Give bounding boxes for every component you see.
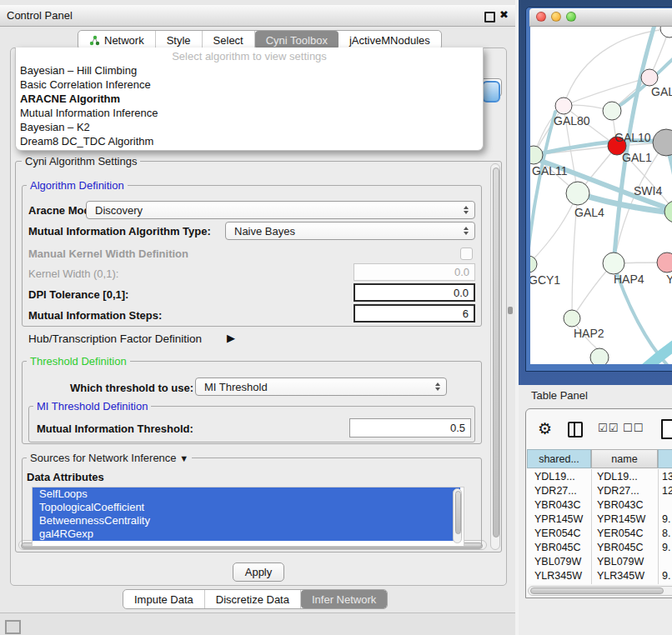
tab-style[interactable]: Style (156, 31, 203, 49)
combo-spinner-focused-icon[interactable] (482, 81, 500, 102)
network-view-window[interactable]: GAL8 GAL80 GAL10 GAL1 GAL11 GAL4 SWI4 GC… (525, 7, 672, 372)
apply-button[interactable]: Apply (233, 562, 284, 582)
scrollbar-thumb[interactable] (530, 588, 664, 594)
mi-threshold-field[interactable]: 0.5 (349, 418, 471, 438)
table-cell[interactable]: YPR145W (597, 512, 645, 527)
tab-infer-network[interactable]: Infer Network (301, 590, 387, 608)
node-gal80[interactable] (555, 98, 572, 114)
splitter-handle-icon[interactable] (508, 307, 513, 314)
table-cell[interactable]: YBR043C (597, 498, 644, 512)
table-cell[interactable]: YBR045C (534, 541, 581, 555)
table-cell[interactable]: YDR27... (534, 484, 577, 498)
attribute-item[interactable]: gal4RGexp (33, 528, 460, 541)
node-swi4[interactable] (664, 201, 672, 222)
table-cell[interactable]: YER054C (597, 527, 644, 541)
dpi-tolerance-field[interactable]: 0.0 (354, 283, 475, 302)
panel-splitter[interactable] (515, 0, 519, 635)
table-cell[interactable]: 9. (662, 512, 670, 527)
close-panel-icon[interactable]: ✖ (499, 8, 509, 21)
column-layout-icon[interactable] (568, 422, 583, 438)
table-cell[interactable]: YER054C (534, 527, 581, 541)
node-gal8[interactable] (641, 69, 658, 86)
table-body[interactable]: YDL19... YDL19... 13 YDR27... YDR27... 1… (527, 469, 672, 584)
table-cell[interactable]: 13 (662, 470, 672, 484)
tab-network[interactable]: Network (78, 31, 156, 49)
collapsed-panel-icon[interactable] (5, 620, 21, 634)
select-all-checkboxes-icon[interactable]: ☑☑ (598, 422, 619, 434)
tab-select[interactable]: Select (203, 31, 255, 49)
network-window-titlebar[interactable] (529, 8, 672, 27)
table-cell[interactable]: YIL052C (597, 583, 638, 584)
node-y[interactable] (657, 252, 672, 272)
mi-steps-field[interactable]: 6 (354, 304, 475, 322)
table-cell[interactable]: YBR045C (597, 541, 644, 555)
table-cell[interactable]: YDL19... (534, 470, 575, 484)
gear-icon[interactable]: ⚙ (538, 421, 552, 437)
control-panel-titlebar[interactable]: Control Panel ✖ (0, 5, 515, 27)
node-gcy1[interactable] (530, 256, 537, 272)
node-gal4[interactable] (566, 182, 589, 205)
which-threshold-combo[interactable]: MI Threshold (195, 378, 447, 396)
dropdown-item[interactable]: Bayesian – K2 (16, 120, 483, 134)
tab-impute-data[interactable]: Impute Data (123, 590, 205, 608)
column-header-name[interactable]: name (591, 449, 658, 468)
hub-definition-label[interactable]: Hub/Transcription Factor Definition (28, 332, 202, 345)
manual-kernel-checkbox[interactable] (460, 248, 473, 260)
attributes-list-scrollbar[interactable] (453, 488, 462, 543)
table-cell[interactable]: YDR27... (597, 484, 639, 498)
attribute-item[interactable]: SelfLoops (33, 488, 460, 501)
node-partial-top[interactable] (660, 27, 672, 38)
dropdown-item[interactable]: Dream8 DC_TDC Algorithm (16, 134, 483, 148)
tab-jactivemnodules[interactable]: jActiveMNodules (339, 31, 441, 49)
scrollbar-thumb[interactable] (455, 491, 461, 534)
kernel-width-field[interactable]: 0.0 (354, 263, 475, 281)
table-cell[interactable]: 9. (662, 583, 670, 584)
table-cell[interactable]: YBR043C (534, 498, 581, 512)
table-panel-window[interactable]: ⚙ ☑☑ ☐☐ shared... name A YDL19... YDL19.… (525, 408, 672, 598)
column-header-partial[interactable]: A (658, 449, 672, 468)
scrollbar-thumb[interactable] (493, 168, 499, 538)
bottom-strip (0, 612, 515, 635)
table-cell[interactable]: YLR345W (597, 569, 644, 583)
attribute-item[interactable]: TopologicalCoefficient (33, 501, 460, 514)
table-cell[interactable]: 9. (662, 541, 670, 555)
collapsed-arrow-icon[interactable]: ▶ (227, 332, 235, 344)
table-cell[interactable]: YBL079W (597, 555, 644, 569)
dropdown-item-selected[interactable]: ARACNE Algorithm (16, 92, 483, 106)
node-partial-bottom[interactable] (590, 348, 609, 364)
network-canvas[interactable]: GAL8 GAL80 GAL10 GAL1 GAL11 GAL4 SWI4 GC… (530, 27, 672, 364)
tab-cyni-toolbox[interactable]: Cyni Toolbox (255, 31, 339, 49)
export-table-icon[interactable] (661, 419, 672, 439)
attribute-item[interactable]: BetweennessCentrality (33, 514, 460, 528)
node-hap4[interactable] (603, 252, 624, 274)
mi-type-combo[interactable]: Naive Bayes (225, 222, 475, 240)
table-cell[interactable]: YBL079W (534, 555, 581, 569)
table-cell[interactable]: YIL052C (534, 583, 575, 584)
node-label: HAP2 (574, 327, 604, 340)
float-window-icon[interactable] (484, 12, 495, 22)
table-cell[interactable]: YDL19... (597, 470, 638, 484)
table-cell[interactable]: 12 (662, 484, 672, 498)
settings-vertical-scrollbar[interactable] (490, 163, 500, 550)
dropdown-item[interactable]: Bayesian – Hill Climbing (16, 63, 483, 78)
table-cell[interactable]: YPR145W (534, 512, 583, 527)
close-traffic-light-icon[interactable] (536, 12, 546, 22)
minimize-traffic-light-icon[interactable] (551, 12, 561, 22)
table-cell[interactable]: YLR345W (534, 569, 582, 583)
aracne-mode-combo[interactable]: Discovery (86, 201, 475, 219)
column-header-shared-name[interactable]: shared... (527, 449, 591, 468)
sources-group-title[interactable]: Sources for Network Inference ▼ (27, 452, 192, 464)
deselect-all-checkboxes-icon[interactable]: ☐☐ (623, 422, 644, 434)
node-hap2[interactable] (564, 310, 580, 327)
node-gal10[interactable] (603, 102, 621, 120)
tab-discretize-data[interactable]: Discretize Data (205, 590, 301, 608)
table-horizontal-scrollbar[interactable] (528, 586, 672, 596)
node-gray[interactable] (653, 129, 672, 156)
dropdown-placeholder: Select algorithm to view settings (16, 48, 483, 63)
data-attributes-list[interactable]: SelfLoops TopologicalCoefficient Between… (32, 487, 464, 547)
dropdown-item[interactable]: Mutual Information Inference (16, 106, 483, 120)
zoom-traffic-light-icon[interactable] (566, 12, 576, 22)
table-cell[interactable]: 9. (662, 569, 670, 583)
dropdown-item[interactable]: Basic Correlation Inference (16, 78, 483, 92)
table-cell[interactable]: 8. (662, 527, 670, 541)
